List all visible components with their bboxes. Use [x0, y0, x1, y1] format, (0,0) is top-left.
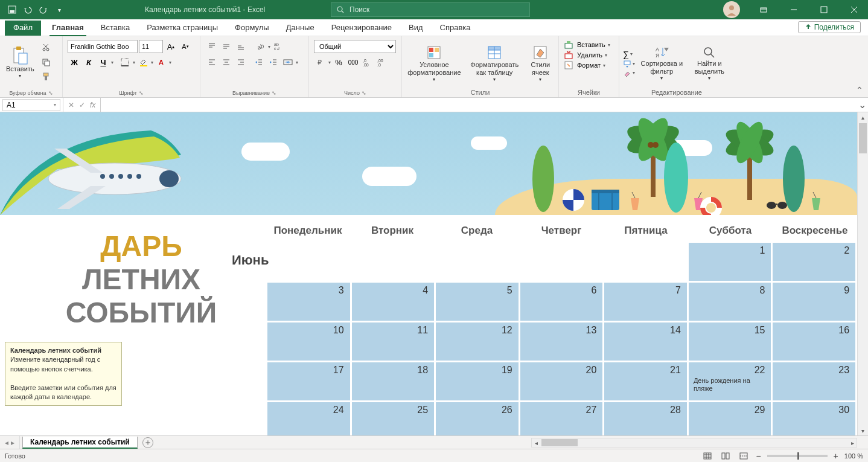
format-cells-button[interactable]: Формат▾	[564, 60, 614, 70]
paste-button[interactable]: Вставить ▾	[4, 39, 37, 86]
calendar-cell[interactable]: 3	[267, 283, 350, 321]
increase-indent-icon[interactable]	[267, 56, 280, 69]
cell-styles-button[interactable]: Стили ячеек▾	[526, 39, 555, 88]
sheet-tab-active[interactable]: Календарь летних событий	[22, 437, 138, 449]
zoom-level[interactable]: 100 %	[844, 452, 863, 460]
tab-home[interactable]: Главная	[43, 21, 92, 36]
tab-help[interactable]: Справка	[432, 21, 479, 36]
calendar-cell[interactable]: 16	[773, 322, 855, 361]
calendar-cell[interactable]: 30	[773, 402, 855, 435]
align-center-icon[interactable]	[220, 56, 233, 69]
zoom-in-button[interactable]: +	[834, 451, 838, 461]
calendar-cell[interactable]: 24	[267, 402, 350, 435]
tab-page-layout[interactable]: Разметка страницы	[138, 21, 226, 36]
calendar-cell[interactable]: 17	[267, 362, 350, 400]
save-icon[interactable]	[5, 2, 19, 17]
tab-view[interactable]: Вид	[400, 21, 432, 36]
align-right-icon[interactable]	[234, 56, 247, 69]
formula-input[interactable]	[101, 99, 856, 111]
font-size-select[interactable]	[139, 40, 163, 53]
scroll-left-icon[interactable]: ◂	[532, 440, 540, 446]
percent-icon[interactable]: %	[332, 56, 345, 69]
italic-button[interactable]: К	[82, 56, 95, 69]
close-icon[interactable]	[840, 0, 868, 19]
calendar-cell[interactable]: 4	[352, 283, 435, 321]
calendar-cell[interactable]: 7	[604, 283, 687, 321]
scroll-down-icon[interactable]: ▾	[858, 426, 868, 435]
calendar-cell[interactable]: 26	[436, 402, 519, 435]
maximize-icon[interactable]	[810, 0, 838, 19]
page-layout-view-icon[interactable]	[720, 451, 732, 461]
redo-icon[interactable]	[36, 2, 51, 17]
normal-view-icon[interactable]	[701, 451, 713, 461]
decrease-decimal-icon[interactable]: ,00,0	[375, 56, 389, 69]
scroll-right-icon[interactable]: ▸	[848, 440, 857, 446]
align-middle-icon[interactable]	[220, 40, 233, 53]
undo-icon[interactable]	[21, 2, 35, 17]
format-painter-icon[interactable]	[39, 70, 53, 83]
search-box[interactable]: Поиск	[331, 2, 530, 17]
ribbon-display-icon[interactable]	[750, 0, 777, 19]
name-box[interactable]: A1▾	[2, 99, 60, 111]
worksheet[interactable]: ДАРЬ ЛЕТНИХ СОБЫТИЙ Июнь ПонедельникВтор…	[0, 112, 857, 435]
calendar-cell[interactable]: 22День рождения на пляже	[689, 362, 771, 400]
calendar-cell[interactable]: 8	[689, 283, 771, 321]
copy-icon[interactable]	[39, 56, 53, 69]
autosum-button[interactable]: ∑▾	[623, 50, 635, 59]
hscroll-thumb[interactable]	[541, 439, 578, 446]
sheet-nav-next-icon[interactable]: ▸	[11, 438, 14, 447]
calendar-cell[interactable]: 13	[520, 322, 603, 361]
add-sheet-button[interactable]: ＋	[142, 437, 153, 448]
calendar-cell[interactable]: 9	[773, 283, 855, 321]
fx-icon[interactable]: fx	[90, 101, 95, 109]
calendar-cell[interactable]: 25	[352, 402, 435, 435]
calendar-cell[interactable]: 21	[604, 362, 687, 400]
calendar-cell[interactable]: 15	[689, 322, 771, 361]
zoom-out-button[interactable]: −	[756, 451, 761, 461]
calendar-cell[interactable]: 23	[773, 362, 855, 400]
calendar-cell[interactable]: 19	[436, 362, 519, 400]
calendar-cell[interactable]: 29	[689, 402, 771, 435]
minimize-icon[interactable]	[780, 0, 808, 19]
tab-insert[interactable]: Вставка	[92, 21, 138, 36]
collapse-ribbon-icon[interactable]: ⌃	[856, 85, 863, 95]
expand-formula-bar-icon[interactable]: ⌄	[856, 99, 868, 111]
calendar-cell[interactable]: 1	[689, 243, 771, 281]
delete-cells-button[interactable]: Удалить▾	[564, 50, 614, 60]
horizontal-scrollbar[interactable]: ◂ ▸	[531, 438, 857, 448]
orientation-icon[interactable]: ab	[254, 40, 267, 53]
cut-icon[interactable]	[39, 41, 53, 54]
calendar-cell[interactable]: 20	[520, 362, 603, 400]
enter-formula-icon[interactable]: ✓	[79, 101, 85, 109]
merge-center-icon[interactable]	[281, 56, 295, 69]
decrease-font-icon[interactable]: A▾	[179, 40, 192, 53]
underline-button[interactable]: Ч	[97, 56, 110, 69]
find-select-button[interactable]: Найти и выделить▾	[689, 39, 730, 88]
calendar-cell[interactable]: 18	[352, 362, 435, 400]
scroll-up-icon[interactable]: ▴	[858, 112, 868, 122]
calendar-cell[interactable]: 14	[604, 322, 687, 361]
wrap-text-icon[interactable]: abc↲	[272, 40, 285, 53]
align-bottom-icon[interactable]	[234, 40, 247, 53]
format-as-table-button[interactable]: Форматировать как таблицу▾	[465, 39, 524, 88]
clear-button[interactable]: ▾	[623, 69, 635, 77]
cancel-formula-icon[interactable]: ✕	[68, 101, 74, 109]
calendar-cell[interactable]: 11	[352, 322, 435, 361]
accounting-format-icon[interactable]: ₽	[314, 56, 327, 69]
fill-color-icon[interactable]	[136, 56, 150, 69]
font-color-icon[interactable]: A	[155, 56, 168, 69]
calendar-cell[interactable]: 28	[604, 402, 687, 435]
bold-button[interactable]: Ж	[68, 56, 81, 69]
insert-cells-button[interactable]: Вставить▾	[564, 40, 614, 50]
align-left-icon[interactable]	[205, 56, 219, 69]
tab-file[interactable]: Файл	[5, 21, 41, 36]
comma-icon[interactable]: 000	[346, 56, 360, 69]
calendar-cell[interactable]: 10	[267, 322, 350, 361]
tab-formulas[interactable]: Формулы	[226, 21, 278, 36]
zoom-slider[interactable]	[767, 455, 828, 457]
calendar-cell[interactable]: 6	[520, 283, 603, 321]
calendar-cell[interactable]: 12	[436, 322, 519, 361]
fill-button[interactable]: ▾	[623, 60, 635, 68]
calendar-cell[interactable]: 5	[436, 283, 519, 321]
conditional-formatting-button[interactable]: Условное форматирование▾	[406, 39, 463, 88]
